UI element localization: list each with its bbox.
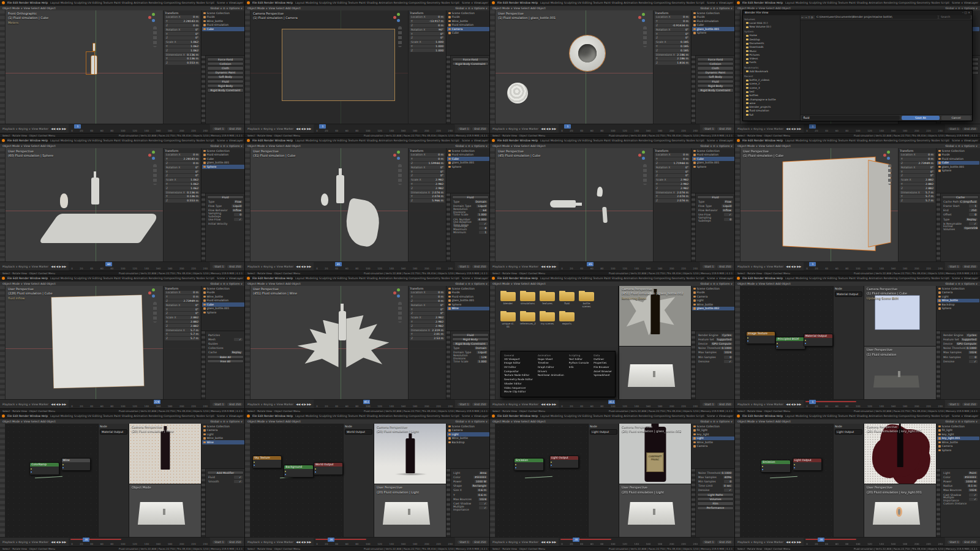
render-preview-viewport[interactable]: Camera Perspective (20) Fluid simulation… [129, 424, 201, 484]
property-row[interactable]: Flow TypeLiquid [207, 204, 244, 208]
shader-node-editor[interactable]: Sky TextureBackgroundWorld Output [251, 424, 343, 537]
property-row[interactable]: Free All [207, 359, 244, 363]
outliner-item[interactable]: Scene Collection [447, 424, 489, 429]
property-row[interactable]: Format VolumesOpenVDB [942, 226, 979, 230]
nav-gizmo[interactable] [883, 151, 893, 160]
workspace-tabs[interactable]: Layout Modeling Sculpting UV Editing Tex… [50, 1, 214, 4]
transform-field[interactable]: Scale X2.982 [410, 316, 445, 320]
file-nav-buttons[interactable]: ← → ↑ ⟳ [802, 16, 813, 19]
outliner-item[interactable]: Sphere [202, 310, 244, 315]
toolbar[interactable] [735, 424, 741, 537]
frame-range[interactable]: Start 1End 250 [703, 403, 733, 406]
transform-field[interactable]: Y2.01 m [410, 332, 445, 336]
property-row[interactable]: Fluid [207, 195, 244, 199]
toolbar[interactable] [0, 148, 6, 261]
transform-field[interactable]: Dimensions X0.136 m [165, 190, 200, 194]
node-name-field[interactable]: Light Output [590, 429, 617, 435]
transform-field[interactable]: Z0° [900, 174, 935, 178]
shader-node[interactable]: Wine [61, 458, 91, 471]
frame-range[interactable]: Start 1End 250 [213, 541, 243, 544]
transform-field[interactable]: Z2.73949 m [900, 162, 935, 165]
property-row[interactable]: Max Bounces1024 [452, 497, 489, 501]
scene-object-primary[interactable] [570, 36, 605, 71]
property-row[interactable]: Sampling Substeps0 [207, 213, 244, 217]
property-row[interactable]: Multiple Importance✓ [452, 506, 489, 510]
viewport-3d[interactable]: User Perspective (60) Fluid simulation |… [6, 148, 201, 261]
transform-field[interactable]: Z0.553 m [165, 61, 200, 65]
outliner-item[interactable]: Wine_bottle [447, 19, 489, 23]
outliner-item[interactable]: Sphere [202, 165, 244, 169]
playhead[interactable]: 228 [154, 400, 160, 404]
property-row[interactable]: Soft Body [207, 75, 244, 79]
viewport-options[interactable]: Global ∨ ⊙ ∨ Options ∨ [945, 144, 978, 148]
toolbar[interactable] [735, 10, 741, 124]
nav-gizmo[interactable] [148, 151, 158, 160]
transform-field[interactable]: Location X0 m [655, 153, 690, 157]
viewport-options[interactable]: Global ∨ ⊙ ∨ Options ∨ [945, 282, 978, 285]
shader-node[interactable]: Image Texture [746, 331, 775, 344]
scene-selector[interactable]: Scene ∨ ViewLayer [462, 139, 488, 142]
playback-menu[interactable]: Playback ∨ Keying ∨ View Marker [492, 127, 538, 130]
transform-field[interactable]: Y0 m [165, 295, 200, 299]
secondary-viewport[interactable]: User Perspective (1) Fluid simulation [864, 346, 936, 399]
transform-field[interactable]: Y0 m [410, 157, 445, 161]
timeline[interactable]: Playback ∨ Keying ∨ View Marker ◀◀ ◀ ▶ ▶… [735, 537, 980, 546]
toolbar[interactable] [0, 286, 6, 399]
outliner-item[interactable]: Scene Collection [692, 287, 734, 291]
timeline-track[interactable]: 020406080100120140160180200220240 451 [314, 400, 455, 408]
viewport-options[interactable]: Global ∨ ⊙ ∨ Options ∨ [455, 282, 488, 285]
timeline[interactable]: Playback ∨ Keying ∨ View Marker ◀◀ ◀ ▶ ▶… [0, 399, 245, 408]
playback-controls[interactable]: ◀◀ ◀ ▶ ▶▶ [51, 403, 66, 406]
transform-field[interactable]: Location X0 m [900, 153, 935, 157]
timeline-track[interactable]: 020406080100120140160180200220240 31 [314, 262, 455, 271]
viewport-options[interactable]: Global ∨ ⊙ ∨ Options ∨ [945, 420, 978, 423]
render-preview-viewport[interactable]: Camera Perspective (451) Fluid simulatio… [619, 286, 691, 346]
property-row[interactable]: Min Samples0 [697, 479, 734, 483]
outliner-item[interactable]: Fluid simulation [447, 294, 489, 299]
toolbar[interactable] [490, 10, 496, 124]
node-name-field[interactable]: Material Output [100, 429, 127, 435]
scene-object-tertiary[interactable] [603, 207, 608, 223]
toolbar[interactable] [245, 286, 251, 399]
playback-menu[interactable]: Playback ∨ Keying ∨ View Marker [2, 541, 48, 544]
scene-selector[interactable]: Scene ∨ ViewLayer [952, 1, 978, 4]
timeline-track[interactable]: 020406080100120140160180200220240 60 [69, 262, 210, 271]
node-name-field[interactable]: World Output [345, 429, 372, 435]
app-menu[interactable]: File Edit Render Window Help [497, 277, 538, 280]
editor-menu-item[interactable]: UV Editor [504, 365, 533, 370]
transform-field[interactable]: Z2.074 m [655, 199, 690, 203]
property-row[interactable]: Flow TypeLiquid [697, 204, 734, 208]
timeline-track[interactable]: 020406080100120140160180200220240 20 [559, 538, 700, 546]
viewport-3d[interactable]: User Perspective (45) Fluid simulation |… [496, 148, 691, 261]
playback-controls[interactable]: ◀◀ ◀ ▶ ▶▶ [786, 541, 801, 544]
outliner-item[interactable]: glass_bottle.001 [937, 165, 979, 169]
outliner-item[interactable]: Sphere [937, 169, 979, 173]
blender-logo-icon[interactable] [737, 139, 740, 142]
transform-field[interactable]: Z0° [165, 174, 200, 178]
blender-logo-icon[interactable] [492, 414, 495, 418]
property-row[interactable]: Mesh✓ [207, 337, 244, 341]
transform-field[interactable]: Scale X2.882 [900, 178, 935, 182]
blender-logo-icon[interactable] [2, 1, 5, 4]
outliner-item[interactable]: Sphere [447, 302, 489, 307]
workspace-tabs[interactable]: Layout Modeling Sculpting UV Editing Tex… [50, 139, 214, 142]
transform-field[interactable]: Y0° [655, 32, 690, 36]
frame-start[interactable]: Start 1 [948, 127, 960, 130]
shader-node[interactable]: ColorRamp [29, 462, 59, 475]
property-row[interactable]: Force Field [207, 58, 244, 61]
workspace-tabs[interactable]: Layout Modeling Sculpting UV Editing Tex… [295, 414, 459, 418]
property-row[interactable]: Denoise✓ [697, 359, 734, 363]
node-name-field[interactable]: Light Output [835, 429, 862, 435]
blender-logo-icon[interactable] [247, 277, 250, 280]
frame-end[interactable]: End 250 [962, 541, 978, 544]
transform-field[interactable]: Y5.7 m [165, 332, 200, 336]
property-row[interactable]: Color#FFFFFF [942, 475, 979, 479]
frame-start[interactable]: Start 1 [458, 403, 470, 406]
timeline-track[interactable]: 020406080100120140160180200220240 20 [314, 538, 455, 546]
transform-field[interactable]: Dimensions X0.136 m [165, 53, 200, 56]
timeline-track[interactable]: 020406080100120140160180200220240 20 [69, 538, 210, 546]
viewport-options[interactable]: Global ∨ ⊙ ∨ Options ∨ [210, 7, 243, 10]
outliner-item[interactable]: Cube [202, 157, 244, 161]
shader-node-editor[interactable]: Image TexturePrincipled BSDFMaterial Out… [741, 286, 833, 399]
toolbar[interactable] [735, 148, 741, 261]
